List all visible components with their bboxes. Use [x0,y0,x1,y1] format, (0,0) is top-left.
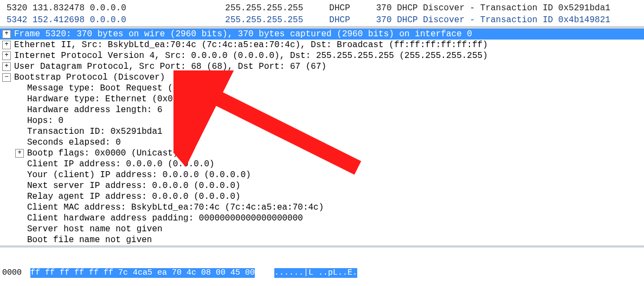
expand-icon[interactable]: + [2,30,11,38]
tree-ciaddr[interactable]: Client IP address: 0.0.0.0 (0.0.0.0) [0,159,644,170]
tree-sname[interactable]: Server host name not given [0,224,644,235]
tree-secs[interactable]: Seconds elapsed: 0 [0,137,644,148]
tree-bfile[interactable]: Boot file name not given [0,235,644,245]
tree-cmac[interactable]: Client MAC address: BskybLtd_ea:70:4c (7… [0,202,644,213]
tree-frame-text: Frame 5320: 370 bytes on wire (2960 bits… [14,29,472,40]
row-time: 152.412698 [33,15,85,25]
row-src: 0.0.0.0 [90,3,126,13]
tree-ethernet[interactable]: +Ethernet II, Src: BskybLtd_ea:70:4c (7c… [0,40,644,50]
tree-flags[interactable]: +Bootp flags: 0x0000 (Unicast) [0,148,644,159]
tree-bootp[interactable]: −Bootstrap Protocol (Discover) [0,72,644,83]
tree-hw-type[interactable]: Hardware type: Ethernet (0x01) [0,94,644,105]
tree-chpad[interactable]: Client hardware address padding: 0000000… [0,213,644,224]
tree-bootp-text: Bootstrap Protocol (Discover) [14,72,165,83]
expand-icon[interactable]: + [2,62,11,71]
expand-icon[interactable]: + [2,51,11,60]
row-dst: 255.255.255.255 [225,15,303,25]
row-proto: DHCP [329,15,350,25]
expand-icon[interactable]: + [2,41,11,49]
tree-udp[interactable]: +User Datagram Protocol, Src Port: 68 (6… [0,61,644,72]
tree-txid[interactable]: Transaction ID: 0x5291bda1 [0,126,644,137]
row-time: 131.832478 [33,3,85,13]
packet-row[interactable]: 5320 131.832478 0.0.0.0 255.255.255.255 … [0,2,644,14]
tree-riaddr[interactable]: Relay agent IP address: 0.0.0.0 (0.0.0.0… [0,191,644,202]
row-no: 5320 [7,3,27,13]
tree-ip[interactable]: +Internet Protocol Version 4, Src: 0.0.0… [0,50,644,61]
row-proto: DHCP [329,3,350,13]
tree-hops[interactable]: Hops: 0 [0,115,644,126]
packet-bytes-pane: 0000 ff ff ff ff ff ff 7c 4c a5 ea 70 4c… [0,245,644,286]
row-info: 370 DHCP Discover - Transaction ID 0x529… [376,3,610,13]
tree-eth-text: Ethernet II, Src: BskybLtd_ea:70:4c (7c:… [14,40,488,50]
row-info: 370 DHCP Discover - Transaction ID 0x4b1… [376,15,610,25]
packet-row[interactable]: 5342 152.412698 0.0.0.0 255.255.255.255 … [0,14,644,26]
tree-frame[interactable]: +Frame 5320: 370 bytes on wire (2960 bit… [0,29,644,40]
collapse-icon[interactable]: − [2,73,11,82]
tree-yiaddr[interactable]: Your (client) IP address: 0.0.0.0 (0.0.0… [0,170,644,180]
tree-ip-text: Internet Protocol Version 4, Src: 0.0.0.… [14,50,488,61]
row-src: 0.0.0.0 [90,15,126,25]
hex-line[interactable]: 0000 ff ff ff ff ff ff 7c 4c a5 ea 70 4c… [2,268,642,278]
tree-niaddr[interactable]: Next server IP address: 0.0.0.0 (0.0.0.0… [0,180,644,191]
tree-hw-len[interactable]: Hardware address length: 6 [0,105,644,115]
packet-details-pane: +Frame 5320: 370 bytes on wire (2960 bit… [0,28,644,245]
packet-list-pane: 5320 131.832478 0.0.0.0 255.255.255.255 … [0,0,644,28]
tree-msg-type[interactable]: Message type: Boot Request (1) [0,83,644,94]
expand-icon[interactable]: + [15,149,24,158]
row-no: 5342 [7,15,27,25]
row-dst: 255.255.255.255 [225,3,303,13]
tree-udp-text: User Datagram Protocol, Src Port: 68 (68… [14,61,326,72]
